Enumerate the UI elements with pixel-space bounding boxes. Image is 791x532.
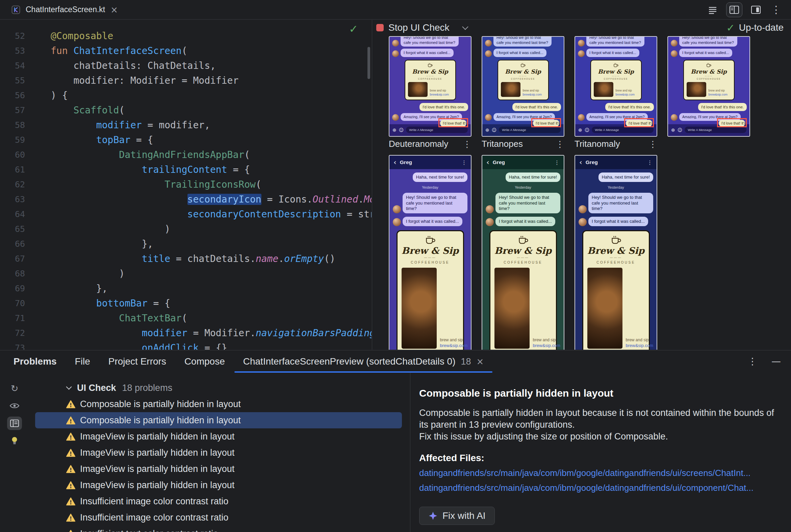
line-number: 72: [0, 326, 37, 341]
preview-phone[interactable]: Hey! Should we go to that cafe you menti…: [667, 36, 750, 137]
minimize-panel-icon[interactable]: —: [771, 357, 781, 366]
preview-content: ‹Greg⋮Haha, next time for sure!Yesterday…: [389, 156, 471, 350]
stop-ui-check-button[interactable]: Stop UI Check: [376, 22, 449, 33]
code-line[interactable]: 52@Composable: [0, 29, 371, 43]
line-number: 57: [0, 103, 37, 118]
code-line[interactable]: 62 TrailingIconsRow(: [0, 177, 371, 192]
code-line[interactable]: 55 modifier: Modifier = Modifier: [0, 73, 371, 88]
coffee-photo: [587, 268, 623, 349]
code-line[interactable]: 59 topBar = {: [0, 133, 371, 148]
day-divider: Yesterday: [486, 185, 560, 189]
editor-tab[interactable]: ChatInterfaceScreen.kt ×: [0, 0, 127, 19]
preview-phone[interactable]: ‹Greg⋮Haha, next time for sure!Yesterday…: [482, 155, 564, 350]
problem-item[interactable]: ImageView is partially hidden in layout: [35, 444, 402, 461]
code-line[interactable]: 73 onAddClick = {}: [0, 341, 371, 350]
tab-problems[interactable]: Problems: [14, 356, 57, 367]
problem-label: ImageView is partially hidden in layout: [80, 448, 234, 458]
code-line[interactable]: 72 modifier = Modifier.navigationBarsPad…: [0, 326, 371, 341]
preview-phone[interactable]: ‹Greg⋮Haha, next time for sure!Yesterday…: [389, 155, 472, 350]
code-line[interactable]: 67 title = chatDetails.name.orEmpty(): [0, 251, 371, 266]
code-line[interactable]: 58 modifier = modifier,: [0, 118, 371, 133]
problem-label: Composable is partially hidden in layout: [80, 415, 241, 426]
tab-close-icon[interactable]: ×: [477, 357, 484, 366]
code-line[interactable]: 65 ): [0, 222, 371, 236]
code-line[interactable]: 68 ): [0, 266, 371, 281]
tab-file[interactable]: File: [75, 356, 90, 367]
tab-chat-interface-screen-preview[interactable]: ChatInterfaceScreenPreview (sortedChatDe…: [243, 350, 484, 373]
code-text: ): [51, 222, 170, 236]
chevron-down-icon[interactable]: [66, 384, 72, 390]
preview-phone[interactable]: Hey! Should we go to that cafe you menti…: [574, 36, 657, 137]
details-view-icon[interactable]: [7, 417, 22, 430]
preview-phone[interactable]: Hey! Should we go to that cafe you menti…: [482, 36, 564, 137]
avatar: [486, 218, 494, 226]
preview-labels-row: Deuteranomaly⋮Tritanopes⋮Tritanomaly⋮: [372, 139, 791, 154]
preview-layout-icon[interactable]: [749, 3, 762, 17]
tab-compose[interactable]: Compose: [184, 356, 225, 367]
code-line[interactable]: 60 DatingAndFriendsAppBar(: [0, 148, 371, 163]
tab-project-errors[interactable]: Project Errors: [108, 356, 166, 367]
preview-eye-icon[interactable]: [7, 399, 22, 413]
code-line[interactable]: 70 bottomBar = {: [0, 296, 371, 311]
problem-item[interactable]: Composable is partially hidden in layout: [35, 396, 402, 412]
code-line[interactable]: 61 trailingContent = {: [0, 163, 371, 177]
split-editor-icon[interactable]: [726, 2, 742, 17]
code-text: modifier = modifier,: [51, 118, 210, 133]
chevron-down-icon[interactable]: [462, 24, 468, 30]
kebab-menu-icon[interactable]: ⋮: [648, 139, 657, 149]
emoji-icon: ☺: [492, 128, 497, 132]
warning-icon: [66, 432, 75, 441]
tab-close-icon[interactable]: ×: [110, 5, 118, 14]
code-line[interactable]: 69 },: [0, 281, 371, 296]
problem-item[interactable]: Composable is partially hidden in layout: [35, 412, 402, 429]
fix-with-ai-button[interactable]: Fix with AI: [419, 507, 495, 525]
chat-message: I forgot what it was called...: [486, 217, 560, 226]
line-number: 71: [0, 311, 37, 326]
structure-view-icon[interactable]: [706, 3, 719, 17]
affected-file-link[interactable]: datingandfriends/src/main/java/com/ibm/g…: [419, 468, 777, 478]
problem-item[interactable]: Insufficient image color contrast ratio: [35, 493, 402, 509]
preview-variant-name: Tritanopes: [482, 139, 523, 149]
chat-message: I'd love that! It's this one.: [485, 103, 561, 111]
code-text: onAddClick = {}: [51, 341, 227, 350]
panel-options-icon[interactable]: ⋮: [748, 357, 757, 366]
brew-sip-card: Brew & Sip———COFFEEHOUSEbrew and sipbrew…: [405, 60, 456, 100]
inspection-ok-icon[interactable]: ✓: [349, 23, 358, 35]
code-line[interactable]: 63 secondaryIcon = Icons.Outlined.More: [0, 192, 371, 207]
chat-bubble: I forgot what it was called...: [401, 49, 454, 57]
code-line[interactable]: 64 secondaryContentDescription = strin: [0, 207, 371, 222]
kebab-menu-icon[interactable]: ⋮: [556, 139, 564, 149]
line-number: 67: [0, 251, 37, 266]
more-options-icon[interactable]: ⋮: [769, 3, 783, 17]
card-ornament: ———: [594, 75, 638, 77]
affected-files-heading: Affected Files:: [419, 453, 777, 463]
lightbulb-icon[interactable]: [7, 434, 22, 448]
code-line[interactable]: 53fun ChatInterfaceScreen(: [0, 43, 371, 58]
code-line[interactable]: 56) {: [0, 88, 371, 103]
code-editor[interactable]: 52@Composable53fun ChatInterfaceScreen(5…: [0, 20, 371, 350]
chat-bubble: I'd love that! It's this one.: [512, 103, 561, 111]
chat-message: Hey! Should we go to that cafe you menti…: [671, 36, 747, 46]
code-line[interactable]: 66 },: [0, 236, 371, 251]
problem-item[interactable]: Insufficient image color contrast ratio: [35, 509, 402, 526]
preview-phone[interactable]: ‹Greg⋮Haha, next time for sure!Yesterday…: [574, 155, 657, 350]
problem-item[interactable]: ImageView is partially hidden in layout: [35, 461, 402, 477]
line-number: 61: [0, 163, 37, 177]
chat-bubble: Hey! Should we go to that cafe you menti…: [401, 36, 459, 46]
code-line[interactable]: 54 chatDetails: ChatDetails,: [0, 58, 371, 73]
ui-check-group-row[interactable]: UI Check 18 problems: [29, 380, 410, 396]
preview-phone[interactable]: Hey! Should we go to that cafe you menti…: [389, 36, 472, 137]
editor-scrollbar[interactable]: [367, 47, 370, 79]
chat-message: Hey! Should we go to that cafe you menti…: [485, 36, 561, 46]
problem-item[interactable]: ImageView is partially hidden in layout: [35, 429, 402, 444]
affected-file-link[interactable]: datingandfriends/src/main/java/com/ibm/g…: [419, 483, 777, 493]
code-text: secondaryContentDescription = strin: [51, 207, 371, 222]
code-line[interactable]: 57 Scaffold(: [0, 103, 371, 118]
problem-item[interactable]: Insufficient text color contrast ratio: [35, 526, 402, 532]
kebab-menu-icon[interactable]: ⋮: [463, 139, 472, 149]
code-line[interactable]: 71 ChatTextBar(: [0, 311, 371, 326]
day-divider: Yesterday: [393, 185, 467, 189]
rerun-icon[interactable]: ↻: [7, 381, 22, 395]
problem-item[interactable]: ImageView is partially hidden in layout: [35, 477, 402, 493]
check-icon: ✓: [726, 22, 735, 34]
